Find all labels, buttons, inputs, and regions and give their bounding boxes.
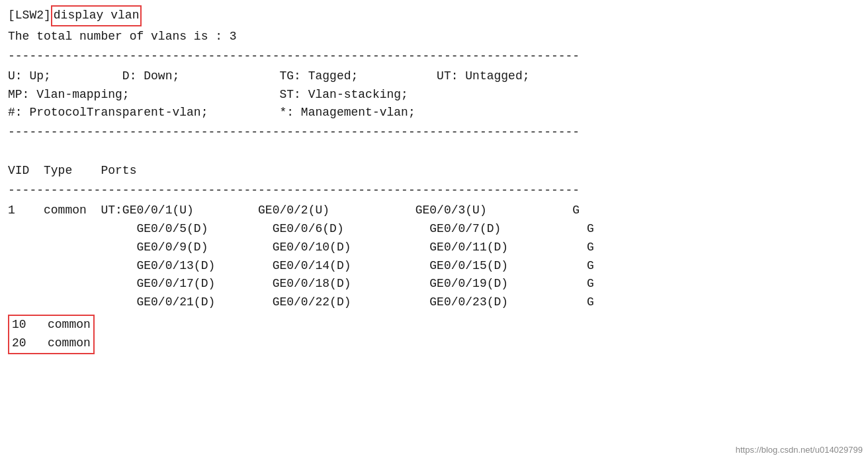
command-box: display vlan [51,5,142,26]
vlan1-row4: GE0/0/13(D) GE0/0/14(D) GE0/0/15(D) G [8,257,860,276]
terminal-output: [LSW2]display vlan The total number of v… [0,0,868,460]
legend-line-1: U: Up; D: Down; TG: Tagged; UT: Untagged… [8,67,860,86]
watermark: https://blog.csdn.net/u014029799 [736,445,863,455]
vlan1-row3: GE0/0/9(D) GE0/0/10(D) GE0/0/11(D) G [8,239,860,257]
vlan1-row1: 1 common UT:GE0/0/1(U) GE0/0/2(U) GE0/0/… [8,202,860,220]
vlan1-row2: GE0/0/5(D) GE0/0/6(D) GE0/0/7(D) G [8,220,860,239]
table-header: VID Type Ports [8,162,860,180]
vlan20-row: 20 common [9,334,93,353]
dashed-line-1: ----------------------------------------… [8,48,860,66]
dashed-line-3: ----------------------------------------… [8,182,860,200]
vlan-10-20-box: 10 common 20 common [8,315,95,354]
total-vlans-line: The total number of vlans is : 3 [8,28,860,46]
legend-line-2: MP: Vlan-mapping; ST: Vlan-stacking; [8,86,860,104]
vlan1-row5: GE0/0/17(D) GE0/0/18(D) GE0/0/19(D) G [8,275,860,293]
legend-line-3: #: ProtocolTransparent-vlan; *: Manageme… [8,104,860,122]
command-line: [LSW2]display vlan [8,5,860,26]
prompt: [LSW2] [8,7,51,25]
blank-line-1 [8,143,860,162]
dashed-line-2: ----------------------------------------… [8,124,860,142]
vlan10-row: 10 common [9,316,93,334]
vlan1-row6: GE0/0/21(D) GE0/0/22(D) GE0/0/23(D) G [8,293,860,312]
